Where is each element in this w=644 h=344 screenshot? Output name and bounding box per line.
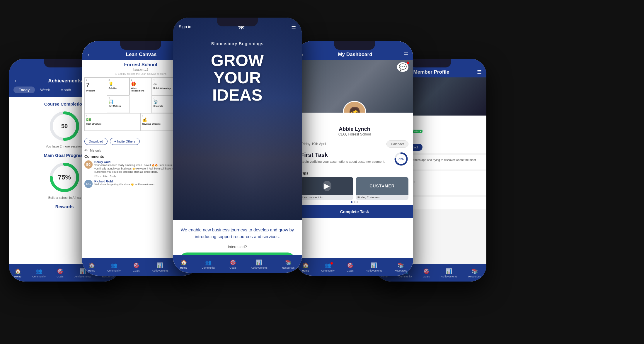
tab-today[interactable]: Today (13, 87, 35, 93)
dot-3 (357, 201, 358, 203)
comment-avatar-1: BG (84, 160, 93, 169)
back-icon-p1[interactable]: ← (13, 77, 19, 84)
nav-goals-p3[interactable]: 🎯 Goals (229, 259, 236, 269)
nav-goals-p2[interactable]: 🎯 Goals (133, 262, 140, 272)
phone-notch-2 (120, 41, 161, 50)
current-date: Friday 19th April (301, 142, 326, 146)
nav-goals-p5[interactable]: 🎯 Goals (423, 268, 430, 278)
chat-button[interactable]: 💬 (397, 63, 408, 71)
comment-avatar-2: RG (84, 180, 93, 188)
first-task-section: First Task Begin verifying your assumpti… (296, 149, 413, 169)
dot-2 (354, 201, 355, 203)
carousel-dots (301, 201, 408, 203)
menu-icon-p4[interactable]: ☰ (404, 51, 408, 58)
back-icon-p2[interactable]: ← (87, 51, 93, 58)
nav-community-p1[interactable]: 👥 Community (32, 268, 46, 278)
phones-container: ← Achievements ☰ Today Week Month Course… (0, 0, 644, 344)
nav-achievements-p3[interactable]: 📊 Achievements (251, 259, 268, 269)
tip-label-1: Lean canvas intro (301, 195, 353, 200)
nav-resources-p3[interactable]: 📚 Resources (282, 259, 294, 269)
phone-landing: Sign in ❋ ☰ Bloomsbury Beginnings GROW Y… (173, 18, 302, 273)
interested-text: Interested? (180, 245, 295, 249)
download-button[interactable]: Download (84, 138, 108, 145)
headline-line2: YOUR (211, 69, 264, 87)
nav-achievements-p4[interactable]: 📊 Achievements (366, 262, 382, 272)
nav-achievements-p2[interactable]: 📊 Achievements (152, 262, 168, 272)
phone-dashboard: ← My Dashboard ☰ 💬 👩 (296, 41, 413, 276)
first-task-title: First Task (301, 152, 394, 158)
lean-cell-keymetrics[interactable]: 6 📊 Key Metrics (107, 95, 129, 113)
dashboard-title: My Dashboard (306, 52, 404, 57)
bottom-nav-p4: 🏠 Home 👥 Community 🎯 Goals 📊 Achi (296, 258, 413, 276)
tab-month[interactable]: Month (55, 87, 76, 93)
course-percent: 50 (61, 123, 68, 130)
phone-notch-1 (44, 59, 85, 67)
nav-home-p3[interactable]: 🏠 Home (180, 259, 187, 269)
tip-thumb-1: ▶ (301, 177, 353, 195)
achievements-title: Achievements (48, 78, 82, 84)
main-goal-ring: 75% (48, 161, 81, 194)
first-task-desc: Begin verifying your assumptions about c… (301, 160, 394, 164)
nav-home-label-p1: Home (14, 275, 21, 278)
task-progress-ring: 75% (394, 152, 408, 166)
calendar-button[interactable]: Calender (386, 140, 408, 148)
toggle-label: Me only (90, 149, 101, 152)
task-percent: 75% (398, 157, 404, 161)
landing-tagline: We enable new business journeys to devel… (180, 227, 295, 240)
menu-icon-p5[interactable]: ☰ (477, 69, 482, 75)
notification-badge (407, 62, 409, 64)
nav-resources-p5[interactable]: 📚 Resources (468, 268, 481, 278)
nav-goals-p4[interactable]: 🎯 Goals (347, 262, 354, 272)
phone-notch-5 (410, 59, 451, 67)
invite-button[interactable]: + Invite Others (110, 138, 140, 145)
lean-cell-solution[interactable]: 2 💡 Solution (107, 77, 129, 95)
lean-cell-value[interactable]: 3 🎁 Value Propositions (130, 77, 152, 95)
lean-cell-channels[interactable]: 7 📡 Channels (152, 95, 174, 113)
landing-hero: Sign in ❋ ☰ Bloomsbury Beginnings GROW Y… (173, 18, 302, 220)
tip-thumb-2: CUST●MER (356, 177, 408, 195)
community-badge (330, 262, 333, 265)
nav-resources-p4[interactable]: 📚 Resources (394, 262, 407, 272)
headline-line3: IDEAS (211, 87, 264, 104)
lean-cell-problem[interactable]: 1 ? Problem (85, 77, 107, 95)
nav-goals-label-p1: Goals (57, 275, 64, 278)
tab-week[interactable]: Week (35, 87, 55, 93)
tips-section: Tips ▶ Lean canvas intro CUST●MER Findin… (296, 169, 413, 203)
user-role: CEO, Forrest School (301, 132, 408, 136)
tip-label-2: Finding Customers (356, 195, 408, 200)
complete-task-button[interactable]: Complete Task (296, 205, 413, 218)
tips-title: Tips (301, 171, 408, 175)
course-completion-ring: 50 (48, 110, 81, 142)
sign-in-link[interactable]: Sign in (179, 24, 191, 29)
main-goal-percent: 75% (58, 174, 71, 181)
headline-line1: GROW (211, 52, 264, 69)
phone-notch-3 (217, 18, 258, 26)
dot-1 (351, 201, 352, 203)
dashboard-hero: 💬 👩 (296, 60, 413, 113)
nav-home-p4[interactable]: 🏠 Home (302, 262, 309, 272)
phone-screen-3: Sign in ❋ ☰ Bloomsbury Beginnings GROW Y… (173, 18, 302, 273)
nav-community-p2[interactable]: 👥 Community (107, 262, 121, 272)
lean-cell-unfair[interactable]: 4 ⚖ Unfair Advantage (152, 77, 174, 95)
user-name: Abbie Lynch (301, 126, 408, 132)
tip-card-2[interactable]: CUST●MER Finding Customers (356, 177, 408, 200)
nav-achievements-p5[interactable]: 📊 Achievements (441, 268, 457, 278)
phone-screen-4: ← My Dashboard ☰ 💬 👩 (296, 41, 413, 276)
landing-headline: GROW YOUR IDEAS (211, 52, 264, 104)
lean-cell-cost[interactable]: 8 💵 Cost Structure (85, 113, 141, 131)
like-button-1[interactable]: Like (103, 175, 108, 177)
phone-notch-4 (334, 41, 375, 50)
nav-community-label-p1: Community (32, 275, 46, 278)
comment-time-1: 22 hrs (94, 175, 101, 177)
tip-card-1[interactable]: ▶ Lean canvas intro (301, 177, 353, 200)
nav-community-p3[interactable]: 👥 Community (202, 259, 215, 269)
brand-name: Bloomsbury Beginnings (211, 41, 264, 46)
dashboard-profile: Abbie Lynch CEO, Forrest School (296, 126, 413, 139)
nav-goals-p1[interactable]: 🎯 Goals (57, 268, 64, 278)
nav-home-p1[interactable]: 🏠 Home (14, 268, 21, 278)
reply-button-1[interactable]: Reply (110, 175, 116, 177)
nav-home-p2[interactable]: 🏠 Home (88, 262, 95, 272)
eye-icon: 👁 (84, 149, 88, 152)
menu-icon-p3[interactable]: ☰ (291, 23, 296, 30)
nav-community-p4[interactable]: 👥 Community (321, 262, 335, 272)
